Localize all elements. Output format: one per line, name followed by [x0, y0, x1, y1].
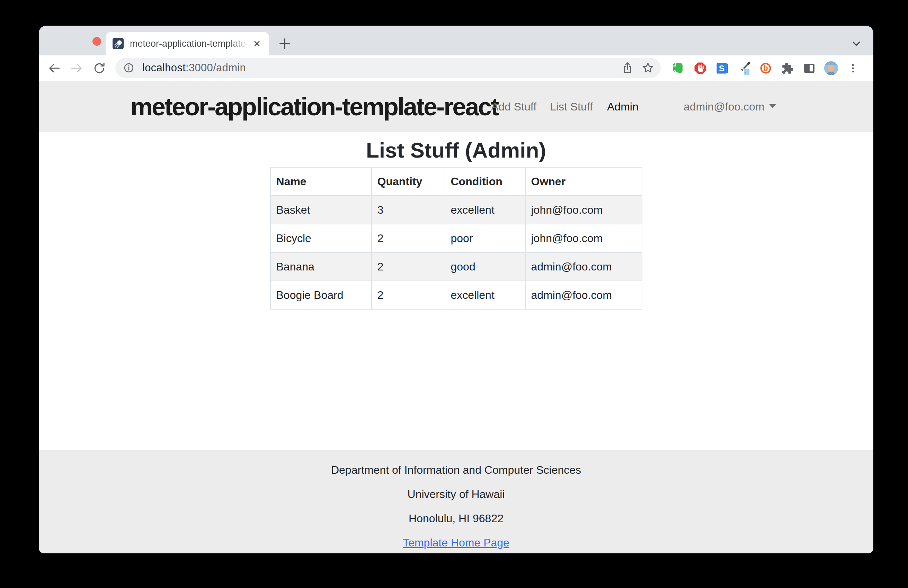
url-input[interactable]: localhost:3000/admin [142, 62, 246, 74]
forward-arrow-icon[interactable] [69, 60, 85, 76]
close-tab-icon[interactable] [251, 38, 263, 50]
s-cube-extension-icon[interactable]: S [711, 55, 733, 81]
user-menu-dropdown[interactable]: admin@foo.com [684, 100, 776, 113]
tab-search-chevron-down-icon[interactable] [848, 35, 865, 52]
table-cell: john@foo.com [525, 196, 642, 224]
table-cell: 3 [372, 196, 445, 224]
table-row: Basket 3 excellent john@foo.com [270, 196, 642, 224]
caret-down-icon [769, 104, 776, 108]
table-row: Banana 2 good admin@foo.com [270, 253, 642, 281]
share-icon[interactable] [621, 61, 634, 75]
table-cell: 2 [372, 253, 445, 281]
table-cell: poor [445, 224, 525, 253]
table-cell: Boogie Board [270, 281, 372, 309]
nav-list-stuff[interactable]: List Stuff [550, 100, 593, 113]
reload-icon[interactable] [92, 60, 107, 76]
tab-title: meteor-application-template-react [130, 39, 251, 49]
site-navbar: meteor-application-template-react Add St… [39, 81, 873, 132]
table-row: Bicycle 2 poor john@foo.com [270, 224, 642, 253]
column-header-condition: Condition [445, 167, 525, 196]
brand-title[interactable]: meteor-application-template-react [130, 92, 498, 121]
stuff-table: Name Quantity Condition Owner Basket 3 e… [270, 167, 642, 309]
footer-university: University of Hawaii [39, 482, 873, 506]
back-arrow-icon[interactable] [46, 60, 62, 76]
svg-text:b: b [763, 64, 768, 72]
close-window-button[interactable] [92, 37, 101, 46]
table-header-row: Name Quantity Condition Owner [270, 167, 642, 196]
address-bar[interactable]: localhost:3000/admin [115, 58, 661, 78]
table-cell: good [445, 253, 525, 281]
adblock-icon[interactable] [689, 55, 711, 81]
browser-window: meteor-application-template-react [39, 26, 873, 553]
nav-admin[interactable]: Admin [607, 100, 639, 113]
table-cell: Bicycle [270, 224, 372, 253]
extensions-row: S b [667, 55, 864, 81]
table-cell: Banana [270, 253, 372, 281]
user-menu-label: admin@foo.com [684, 100, 764, 113]
table-cell: admin@foo.com [525, 281, 642, 309]
tab-strip: meteor-application-template-react [39, 26, 873, 55]
profile-avatar[interactable] [820, 55, 842, 81]
template-home-page-link[interactable]: Template Home Page [403, 530, 509, 553]
footer-department: Department of Information and Computer S… [39, 458, 873, 482]
column-header-name: Name [270, 167, 372, 196]
svg-text:S: S [718, 64, 724, 73]
table-cell: 2 [372, 224, 445, 253]
nav-add-stuff[interactable]: Add Stuff [491, 100, 536, 113]
omnibox-actions [621, 58, 655, 78]
orange-b-extension-icon[interactable]: b [755, 55, 776, 81]
table-cell: excellent [445, 196, 525, 224]
table-cell: john@foo.com [525, 224, 642, 253]
table-cell: Basket [270, 196, 372, 224]
page-title: List Stuff (Admin) [39, 138, 873, 163]
table-cell: 2 [372, 281, 445, 309]
table-cell: excellent [445, 281, 525, 309]
menu-kebab-icon[interactable] [842, 55, 864, 81]
column-header-owner: Owner [525, 167, 642, 196]
site-footer: Department of Information and Computer S… [39, 450, 873, 553]
meteor-favicon-icon [113, 38, 124, 49]
new-tab-button[interactable] [277, 35, 293, 52]
table-row: Boogie Board 2 excellent admin@foo.com [270, 281, 642, 309]
extensions-puzzle-icon[interactable] [776, 55, 798, 81]
browser-toolbar: localhost:3000/admin [39, 55, 873, 81]
table-cell: admin@foo.com [525, 253, 642, 281]
bookmark-star-icon[interactable] [641, 61, 655, 75]
eyedropper-icon[interactable] [733, 55, 755, 81]
main-content: List Stuff (Admin) Name Quantity Conditi… [39, 132, 873, 450]
side-panel-icon[interactable] [798, 55, 820, 81]
active-tab[interactable]: meteor-application-template-react [106, 32, 269, 55]
site-info-icon[interactable] [122, 61, 135, 74]
footer-address: Honolulu, HI 96822 [39, 506, 873, 530]
url-host: localhost [142, 62, 186, 74]
column-header-quantity: Quantity [372, 167, 445, 196]
evernote-icon[interactable] [667, 55, 689, 81]
url-path: :3000/admin [186, 62, 246, 74]
